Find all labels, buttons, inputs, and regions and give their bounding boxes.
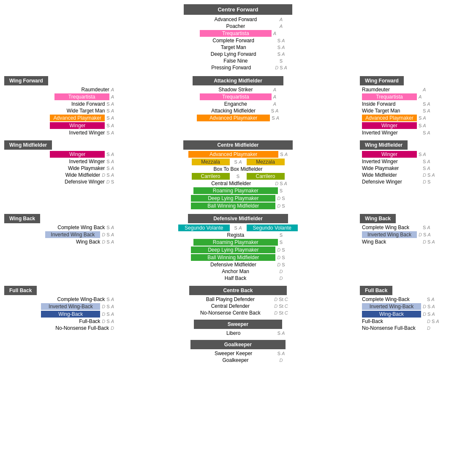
role-roaming-playmaker-cm: Roaming Playmaker S: [193, 187, 283, 194]
role-full-back-r: Full-BackDSA: [362, 318, 439, 324]
wing-mid-left-section: Wing Midfielder WingerSA Inverted Winger…: [4, 140, 116, 185]
dm-header: Defensive Midfielder: [188, 214, 288, 223]
badge-s: S: [280, 65, 283, 70]
role-pill-right: Segundo Volante: [247, 225, 298, 231]
role-trequartista-cf: Trequartista A: [200, 30, 276, 37]
wing-mid-right-section: Wing Midfielder WingerSA Inverted Winger…: [360, 140, 472, 185]
role-pill: Inverted Wing Back: [45, 231, 100, 238]
role-name: Target Man: [191, 44, 276, 50]
role-name: Poacher: [193, 23, 278, 29]
role-name: Box To Box Midfielder: [196, 166, 280, 172]
role-inverted-winger-wfr: Inverted WingerSA: [362, 130, 430, 136]
role-pill: Inverted Wing-Back: [362, 303, 421, 310]
wing-forward-right-section: Wing Forward RaumdeuterA TrequartistaA I…: [360, 76, 472, 136]
badge-a: A: [273, 31, 276, 36]
role-name: Defensive Midfielder: [191, 262, 275, 268]
role-no-nonsense-cb: No-Nonsense Centre Back DStC: [188, 310, 288, 316]
role-deep-lying-playmaker-dm: Deep Lying Playmaker DS: [191, 246, 285, 253]
role-name: Attacking Midfielder: [198, 108, 269, 114]
role-pill: Wing-Back: [41, 311, 100, 318]
role-no-nonsense-fb-l: No-Nonsense Full-BackD: [46, 325, 114, 331]
role-badges-mid: S: [232, 173, 245, 179]
role-name: Central Defender: [188, 303, 272, 309]
role-enganche: EngancheA: [200, 101, 276, 107]
badge-a: A: [280, 17, 283, 22]
role-name: Wide Target Man: [46, 108, 105, 114]
role-target-man: Target Man SA: [191, 44, 285, 50]
role-wide-playmaker-l: Wide PlaymakerSA: [46, 165, 114, 171]
role-name: Libero: [191, 330, 276, 336]
role-name: Enganche: [200, 101, 272, 107]
role-poacher: Poacher A: [193, 23, 283, 29]
role-wing-back-fb-l: Wing-BackDSA: [41, 311, 114, 318]
row-wing-forward: Wing Forward RaumdeuterA TrequartistaA I…: [4, 76, 472, 136]
role-complete-wing-back-r: Complete Wing BackSA: [362, 225, 430, 230]
role-regista: Regista S: [193, 232, 283, 238]
role-pill: Trequartista: [200, 93, 272, 100]
role-full-back-l: Full-BackDSA: [37, 318, 114, 324]
centre-forward-header: Centre Forward: [184, 4, 292, 15]
wmr-header: Wing Midfielder: [360, 140, 408, 150]
role-inside-forward-l: Inside ForwardSA: [46, 101, 114, 107]
wing-back-right-section: Wing Back Complete Wing BackSA Inverted …: [360, 214, 472, 245]
cm-header: Centre Midfielder: [183, 140, 292, 150]
role-pill: Roaming Playmaker: [193, 187, 278, 194]
role-pill: Deep Lying Playmaker: [191, 246, 275, 253]
role-name: Anchor Man: [193, 268, 278, 274]
role-inverted-wingback-r: Inverted Wing-BackDSA: [362, 303, 435, 310]
role-name: No-Nonsense Full-Back: [362, 325, 425, 331]
role-name: No-Nonsense Full-Back: [46, 325, 109, 331]
role-pill: Ball Winning Midfielder: [191, 203, 275, 209]
role-pill: Deep Lying Playmaker: [191, 195, 275, 202]
role-ball-playing-def: Ball Playing Defender DStC: [188, 296, 288, 302]
badge-s: S: [277, 52, 280, 57]
role-trequartista-wfr: TrequartistaA: [362, 93, 422, 100]
role-trequartista-wfl: TrequartistaA: [54, 93, 114, 100]
role-pill: Trequartista: [362, 93, 417, 100]
role-pill: Advanced Playmaker: [50, 115, 105, 121]
full-back-left-section: Full Back Complete Wing-BackSA Inverted …: [4, 286, 116, 331]
role-name: Regista: [193, 232, 278, 238]
role-badges-mid: S A: [232, 159, 245, 165]
row-wing-back: Wing Back Complete Wing BackSA Inverted …: [4, 214, 472, 282]
role-wide-target-l: Wide Target ManSA: [46, 108, 114, 114]
role-name: Defensive Winger: [362, 179, 421, 185]
page: Centre Forward Advanced Forward A Poache…: [4, 4, 472, 364]
role-complete-wingback-r: Complete Wing-BackSA: [362, 296, 435, 302]
role-name: Complete Wing-Back: [41, 296, 105, 302]
badge-d: D: [275, 65, 278, 70]
role-wide-target-r: Wide Target ManSA: [362, 108, 430, 114]
role-adv-playmaker-cm: Advanced Playmaker SA: [188, 151, 288, 158]
wbl-header: Wing Back: [4, 214, 40, 223]
role-goalkeeper: Goalkeeper D: [193, 357, 283, 363]
role-name: Wing Back: [41, 239, 100, 245]
wing-forward-left-section: Wing Forward RaumdeuterA TrequartistaA I…: [4, 76, 116, 136]
role-inverted-wingback-l: Inverted Wing-BackDSA: [41, 303, 114, 310]
role-defensive-winger-r: Defensive WingerDS: [362, 179, 430, 185]
role-name: Wing Back: [362, 239, 421, 245]
role-raumdeuter-l: RaumdeuterA: [50, 87, 114, 93]
role-box-to-box: Box To Box Midfielder: [196, 166, 280, 172]
role-name: Inverted Winger: [362, 159, 421, 164]
role-name: False Nine: [193, 58, 278, 64]
role-carrilero-cm: Carrilero S Carrilero: [192, 173, 285, 180]
role-name: Complete Wing-Back: [362, 296, 425, 302]
fbr-header: Full Back: [360, 286, 392, 295]
row-full-back: Full Back Complete Wing-BackSA Inverted …: [4, 286, 472, 364]
centre-forward-section: Centre Forward Advanced Forward A Poache…: [4, 4, 472, 71]
role-roaming-playmaker-dm: Roaming Playmaker S: [193, 239, 283, 246]
role-name: Ball Playing Defender: [188, 296, 272, 302]
role-name: Complete Wing Back: [46, 225, 105, 230]
role-wide-mid-r: Wide MidfielderDSA: [362, 172, 435, 178]
wml-header: Wing Midfielder: [4, 140, 52, 150]
role-name: Shadow Striker: [200, 87, 272, 93]
role-inverted-wing-back-r: Inverted Wing BackDSA: [362, 231, 431, 238]
role-adv-playmaker-wfl: Advanced PlaymakerSA: [50, 115, 114, 121]
role-trequartista-am: TrequartistaA: [200, 93, 276, 100]
role-anchor-man: Anchor Man D: [193, 268, 283, 274]
wbr-header: Wing Back: [360, 214, 396, 223]
role-name: Defensive Winger: [46, 179, 105, 185]
role-name: Complete Wing Back: [362, 225, 421, 230]
role-wing-back-r: Wing BackDSA: [362, 239, 435, 245]
role-shadow-striker: Shadow StrikerA: [200, 87, 276, 93]
